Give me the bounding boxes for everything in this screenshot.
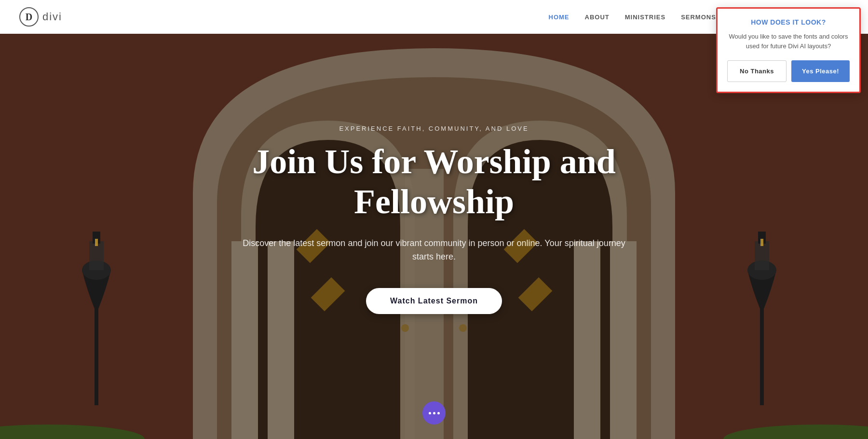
dot-2 (433, 412, 435, 414)
popup-body: Would you like to save the fonts and col… (727, 32, 850, 51)
hero-description: Discover the latest sermon and join our … (236, 236, 632, 264)
svg-rect-49 (760, 239, 763, 246)
popup-buttons: No Thanks Yes Please! (727, 60, 850, 82)
dot-1 (429, 412, 431, 414)
dot-3 (437, 412, 440, 414)
nav-item-ministries[interactable]: MINISTRIES (625, 14, 665, 21)
watch-sermon-button[interactable]: Watch Latest Sermon (366, 288, 502, 314)
scroll-dots-indicator[interactable] (422, 401, 446, 425)
nav-item-about[interactable]: ABOUT (585, 14, 610, 21)
svg-rect-40 (95, 309, 98, 405)
nav-item-sermons[interactable]: SERMONS (681, 14, 716, 21)
svg-rect-45 (760, 309, 764, 405)
popup-title: HOW DOES IT LOOK? (727, 18, 850, 26)
svg-rect-44 (95, 239, 98, 246)
hero-title: Join Us for Worship and Fellowship (236, 142, 632, 222)
hero-content: EXPERIENCE FAITH, COMMUNITY, AND LOVE Jo… (217, 125, 651, 314)
save-fonts-colors-popup: HOW DOES IT LOOK? Would you like to save… (716, 7, 861, 93)
yes-please-button[interactable]: Yes Please! (791, 60, 850, 82)
nav-item-home[interactable]: HOME (549, 14, 570, 21)
logo[interactable]: D divi (19, 7, 62, 27)
no-thanks-button[interactable]: No Thanks (727, 60, 787, 82)
logo-icon: D (19, 7, 39, 27)
logo-text: divi (42, 11, 62, 23)
hero-subtitle: EXPERIENCE FAITH, COMMUNITY, AND LOVE (236, 125, 632, 132)
